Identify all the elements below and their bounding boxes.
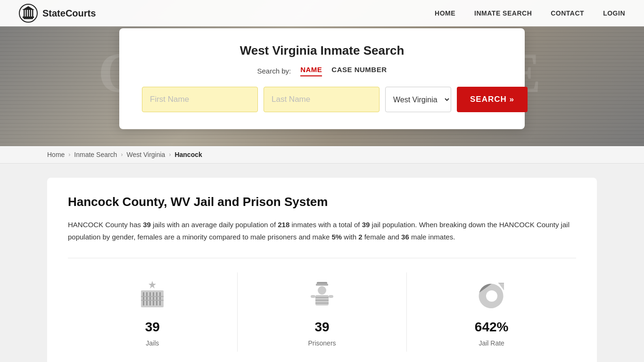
tab-name[interactable]: NAME [300,66,322,76]
jail-rate-label: Jail Rate [479,339,504,347]
svg-rect-14 [153,292,154,305]
jail-rate-number: 642% [475,320,509,335]
desc-pre1: HANCOCK County has [68,221,143,229]
desc-pop: 218 [278,221,289,229]
svg-rect-6 [32,10,33,16]
nav-login[interactable]: LOGIN [603,9,625,17]
main-content: Hancock County, WV Jail and Prison Syste… [0,164,644,362]
breadcrumb-state[interactable]: West Virginia [126,151,165,158]
svg-point-21 [318,286,326,295]
breadcrumb-inmate-search[interactable]: Inmate Search [74,151,117,158]
search-card-title: West Virginia Inmate Search [142,43,502,58]
stat-jails: 39 Jails [68,272,238,352]
svg-rect-25 [315,300,329,301]
svg-rect-16 [159,292,161,305]
search-card: West Virginia Inmate Search Search by: N… [119,28,525,129]
svg-rect-15 [156,292,157,305]
svg-rect-5 [30,10,32,16]
svg-rect-18 [141,300,164,301]
svg-rect-4 [28,10,29,16]
search-by-row: Search by: NAME CASE NUMBER [142,66,502,76]
desc-mid5: female and [364,233,401,241]
breadcrumb-home[interactable]: Home [47,151,65,158]
breadcrumb-current: Hancock [174,151,202,158]
svg-rect-32 [498,283,504,283]
search-by-label: Search by: [257,67,291,75]
svg-rect-1 [23,16,34,18]
svg-rect-12 [146,292,148,305]
desc-mid2: inmates with a total of [291,221,362,229]
stats-row: 39 Jails [68,258,576,352]
jails-number: 39 [145,320,160,335]
prisoners-icon [303,277,341,315]
desc-male: 36 [401,233,409,241]
svg-rect-28 [329,295,333,298]
search-fields: West Virginia Alabama Alaska Arizona Cal… [142,87,502,112]
breadcrumb-sep-1: › [68,151,70,158]
hero-section: COURTHOUSE StateCourts HOME INMATE SEARC… [0,0,644,146]
breadcrumb-sep-3: › [169,151,171,158]
stat-prisoners: 39 Prisoners [238,272,407,352]
svg-rect-22 [317,282,327,283]
breadcrumb: Home › Inmate Search › West Virginia › H… [0,146,644,164]
content-card: Hancock County, WV Jail and Prison Syste… [47,178,597,362]
svg-rect-26 [315,303,329,304]
breadcrumb-sep-2: › [121,151,123,158]
svg-marker-9 [149,281,156,288]
nav-home[interactable]: HOME [435,9,455,17]
svg-rect-24 [315,297,329,298]
jails-icon [133,277,171,315]
desc-mid4: with [344,233,358,241]
stat-jail-rate: 642% Jail Rate [407,272,576,352]
logo-icon [19,4,38,23]
desc-total: 39 [362,221,370,229]
desc-post: male inmates. [411,233,455,241]
top-navigation: StateCourts HOME INMATE SEARCH CONTACT L… [0,0,644,26]
svg-rect-11 [143,292,144,305]
tab-case-number[interactable]: CASE NUMBER [331,66,387,76]
site-logo[interactable]: StateCourts [19,4,96,23]
nav-links: HOME INMATE SEARCH CONTACT LOGIN [435,9,625,17]
last-name-input[interactable] [264,87,380,112]
svg-rect-13 [149,292,151,305]
prisoners-number: 39 [314,320,329,335]
svg-rect-8 [24,18,33,19]
nav-contact[interactable]: CONTACT [551,9,584,17]
county-title: Hancock County, WV Jail and Prison Syste… [68,195,576,209]
desc-pct: 5% [331,233,342,241]
jails-label: Jails [146,339,159,347]
jail-rate-icon [473,277,511,315]
search-button[interactable]: SEARCH » [457,87,528,112]
svg-marker-7 [22,6,34,10]
nav-inmate-search[interactable]: INMATE SEARCH [474,9,532,17]
svg-rect-27 [311,295,315,298]
logo-text: StateCourts [42,8,96,19]
state-select[interactable]: West Virginia Alabama Alaska Arizona Cal… [385,87,451,112]
svg-point-29 [486,290,497,302]
county-description: HANCOCK County has 39 jails with an aver… [68,219,576,243]
svg-rect-17 [141,296,164,297]
desc-jails: 39 [143,221,151,229]
svg-rect-3 [26,10,27,16]
desc-mid1: jails with an average daily population o… [153,221,278,229]
prisoners-label: Prisoners [308,339,336,347]
svg-rect-2 [24,10,25,16]
first-name-input[interactable] [142,87,258,112]
desc-female: 2 [358,233,362,241]
